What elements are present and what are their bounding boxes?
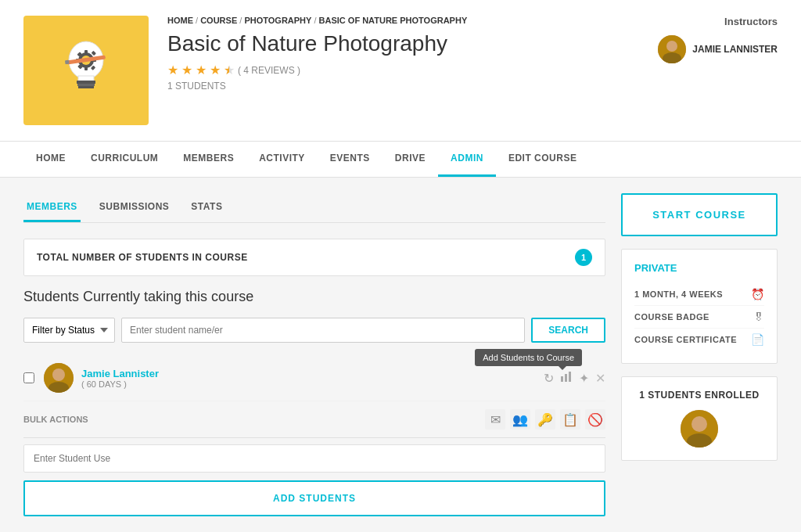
svg-point-22	[52, 368, 65, 381]
student-checkbox[interactable]	[23, 372, 34, 383]
total-students-label: TOTAL NUMBER OF STUDENTS IN COURSE	[37, 252, 248, 263]
student-avatar	[44, 363, 74, 393]
svg-rect-25	[565, 374, 567, 382]
refresh-icon[interactable]: ↻	[544, 371, 554, 386]
svg-rect-2	[77, 81, 95, 84]
content-area: MEMBERS SUBMISSIONS STATS TOTAL NUMBER O…	[23, 193, 605, 516]
instructor-avatar	[658, 35, 686, 63]
course-title: Basic of Nature Photography	[167, 31, 634, 56]
stats-icon[interactable]	[560, 370, 573, 386]
enter-student-input[interactable]	[23, 444, 605, 473]
star-rating: ★ ★ ★ ★ ★★ ( 4 REVIEWS )	[167, 63, 634, 77]
svg-rect-17	[65, 60, 70, 65]
bulk-actions: BULK ACTIONS ✉ 👥 🔑 📋 🚫	[23, 401, 605, 438]
enrolled-student-avatar	[681, 410, 718, 448]
clock-icon: ⏰	[751, 288, 764, 300]
remove-icon[interactable]: ✕	[595, 371, 605, 386]
tab-curriculum[interactable]: CURRICULUM	[78, 142, 171, 177]
student-actions: ↻ ✦ ✕	[544, 370, 605, 386]
student-name[interactable]: Jamie Lannister	[81, 368, 544, 379]
enrolled-card: 1 STUDENTS ENROLLED	[621, 376, 778, 461]
main-content: MEMBERS SUBMISSIONS STATS TOTAL NUMBER O…	[0, 178, 801, 532]
sub-tab-members[interactable]: MEMBERS	[23, 193, 81, 222]
tab-edit-course[interactable]: EDIT COURSE	[496, 142, 590, 177]
tab-events[interactable]: EVENTS	[318, 142, 383, 177]
private-label: PRIVATE	[634, 262, 764, 274]
bulk-actions-label: BULK ACTIONS	[23, 415, 88, 424]
bulk-email-icon[interactable]: ✉	[485, 409, 505, 430]
enrolled-count: 1 STUDENTS ENROLLED	[634, 390, 764, 401]
tab-activity[interactable]: ACTIVITY	[246, 142, 318, 177]
start-course-button[interactable]: START COURSE	[621, 193, 778, 236]
sub-tab-submissions[interactable]: SUBMISSIONS	[96, 193, 173, 222]
course-thumbnail	[23, 16, 149, 125]
svg-rect-1	[78, 76, 94, 81]
tab-drive[interactable]: DRIVE	[383, 142, 438, 177]
instructor-panel: Instructors JAMIE LANNISTER	[652, 16, 778, 63]
svg-rect-24	[561, 376, 563, 382]
total-students-card: TOTAL NUMBER OF STUDENTS IN COURSE 1	[23, 239, 605, 276]
sub-tabs: MEMBERS SUBMISSIONS STATS	[23, 193, 605, 223]
student-info: Jamie Lannister ( 60 DAYS )	[81, 368, 544, 389]
students-count: 1 STUDENTS	[167, 81, 634, 92]
students-badge: 1	[575, 249, 592, 266]
status-filter-select[interactable]: Filter by Status	[23, 318, 115, 343]
svg-rect-3	[77, 84, 95, 86]
course-details-card: PRIVATE 1 MONTH, 4 WEEKS ⏰ COURSE BADGE …	[621, 249, 778, 364]
svg-rect-4	[78, 86, 94, 88]
badge-icon[interactable]: ✦	[579, 371, 589, 386]
course-badge-label: COURSE BADGE	[634, 312, 709, 322]
nav-tabs: HOME CURRICULUM MEMBERS ACTIVITY EVENTS …	[0, 142, 801, 178]
student-row: Jamie Lannister ( 60 DAYS ) ↻ ✦ ✕ Add St…	[23, 355, 605, 401]
bulk-certificate-icon[interactable]: 📋	[560, 409, 580, 430]
svg-rect-26	[569, 372, 571, 382]
medal-icon: 🎖	[753, 311, 764, 323]
breadcrumb: HOME / COURSE / PHOTOGRAPHY / BASIC OF N…	[167, 16, 634, 25]
sidebar: START COURSE PRIVATE 1 MONTH, 4 WEEKS ⏰ …	[621, 193, 778, 516]
filter-row: Filter by Status Search	[23, 318, 605, 343]
bulk-key-icon[interactable]: 🔑	[535, 409, 555, 430]
add-students-button[interactable]: ADD STUDENTS	[23, 480, 605, 516]
page-header: HOME / COURSE / PHOTOGRAPHY / BASIC OF N…	[0, 0, 801, 142]
svg-marker-16	[105, 54, 110, 59]
duration-row: 1 MONTH, 4 WEEKS ⏰	[634, 283, 764, 306]
tab-admin[interactable]: ADMIN	[438, 142, 496, 177]
document-icon: 📄	[751, 333, 764, 346]
bulk-block-icon[interactable]: 🚫	[585, 409, 605, 430]
student-days: ( 60 DAYS )	[81, 379, 544, 389]
student-search-input[interactable]	[121, 318, 525, 343]
svg-point-28	[691, 416, 707, 432]
reviews-count: ( 4 REVIEWS )	[238, 65, 300, 76]
instructors-label: Instructors	[652, 16, 778, 27]
tooltip-add-students: Add Students to Course	[475, 349, 582, 366]
bulk-icons: ✉ 👥 🔑 📋 🚫	[485, 409, 605, 430]
tab-home[interactable]: HOME	[23, 142, 78, 177]
bulk-users-icon[interactable]: 👥	[510, 409, 530, 430]
svg-point-19	[666, 41, 677, 52]
svg-rect-7	[84, 50, 88, 54]
badge-row: COURSE BADGE 🎖	[634, 306, 764, 329]
search-button[interactable]: Search	[531, 318, 605, 343]
duration-label: 1 MONTH, 4 WEEKS	[634, 289, 723, 299]
enrolled-avatar-container	[634, 410, 764, 448]
sub-tab-stats[interactable]: STATS	[188, 193, 225, 222]
course-info: HOME / COURSE / PHOTOGRAPHY / BASIC OF N…	[167, 16, 634, 92]
instructor-name: JAMIE LANNISTER	[692, 44, 778, 55]
tab-members[interactable]: MEMBERS	[171, 142, 246, 177]
instructor-info: JAMIE LANNISTER	[652, 35, 778, 63]
svg-rect-8	[84, 66, 88, 70]
certificate-label: COURSE CERTIFICATE	[634, 335, 737, 344]
certificate-row: COURSE CERTIFICATE 📄	[634, 329, 764, 350]
section-title: Students Currently taking this course	[23, 289, 605, 305]
